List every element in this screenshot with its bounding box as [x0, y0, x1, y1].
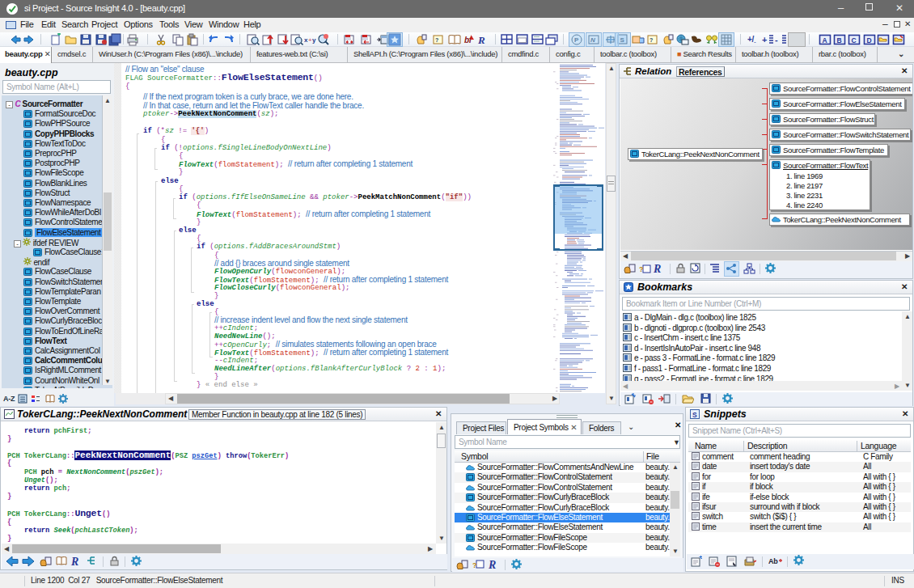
svg-text:D: D	[867, 36, 872, 44]
svg-text:?: ?	[650, 37, 653, 43]
svg-text:R: R	[477, 34, 485, 46]
svg-text:-: -	[754, 38, 756, 45]
svg-text:-: -	[775, 35, 778, 44]
svg-text:?: ?	[435, 37, 438, 43]
svg-text:?: ?	[472, 561, 476, 569]
svg-text:+: +	[762, 35, 767, 44]
svg-text:B: B	[837, 36, 842, 44]
svg-text:?: ?	[639, 265, 643, 273]
svg-text:A: A	[823, 36, 827, 44]
svg-text:S: S	[692, 411, 697, 419]
svg-text:Ab: Ab	[768, 557, 778, 565]
svg-text:R: R	[653, 263, 661, 275]
svg-text:R: R	[488, 559, 496, 571]
svg-text:C: C	[852, 36, 857, 44]
svg-text:y: y	[312, 36, 316, 44]
svg-text:R: R	[70, 556, 78, 568]
